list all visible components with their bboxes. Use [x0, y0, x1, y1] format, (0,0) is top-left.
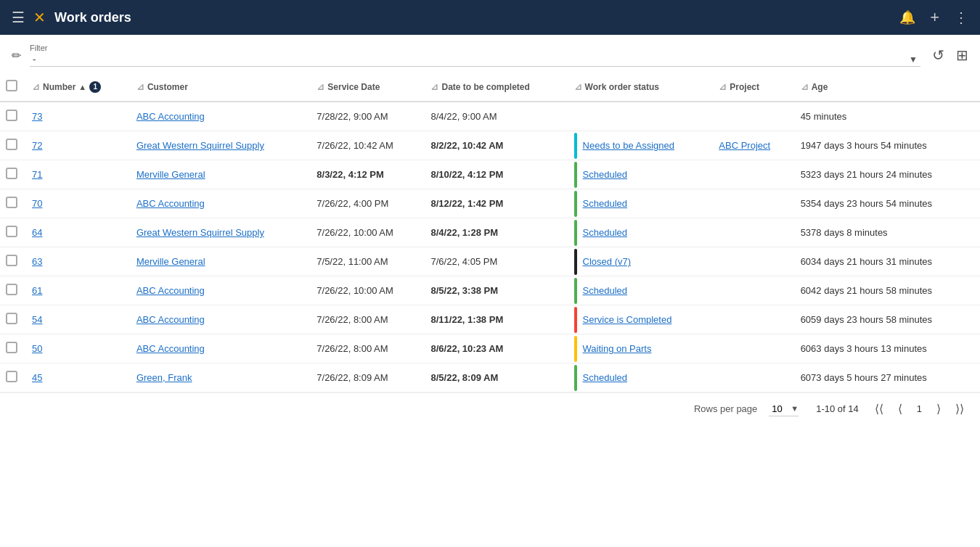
- row-8-status-link[interactable]: Waiting on Parts: [583, 343, 652, 354]
- row-9-number-link[interactable]: 45: [32, 372, 42, 383]
- row-3-customer-link[interactable]: ABC Accounting: [136, 198, 205, 209]
- row-3-customer: ABC Accounting: [131, 189, 311, 218]
- row-3-age: 5354 days 23 hours 54 minutes: [795, 189, 980, 218]
- filter-select[interactable]: -: [30, 52, 906, 66]
- row-6-number-link[interactable]: 61: [32, 285, 42, 296]
- row-8-customer-link[interactable]: ABC Accounting: [136, 343, 205, 354]
- table-row: 61ABC Accounting7/26/22, 10:00 AM8/5/22,…: [0, 276, 980, 305]
- project-filter-icon[interactable]: ⊿: [719, 81, 727, 92]
- row-0-number-link[interactable]: 73: [32, 111, 42, 122]
- row-8-age: 6063 days 3 hours 13 minutes: [795, 334, 980, 363]
- customer-filter-icon[interactable]: ⊿: [136, 81, 144, 92]
- row-2-age: 5323 days 21 hours 24 minutes: [795, 160, 980, 189]
- col-age[interactable]: ⊿ Age: [795, 73, 980, 102]
- sort-asc-icon[interactable]: ▲: [78, 83, 86, 91]
- number-filter-icon[interactable]: ⊿: [32, 81, 40, 92]
- row-2-status-link[interactable]: Scheduled: [583, 169, 627, 180]
- row-2-number-link[interactable]: 71: [32, 169, 42, 180]
- row-3-status-bar: [574, 191, 577, 217]
- row-6-project: [713, 276, 794, 305]
- age-filter-icon[interactable]: ⊿: [801, 81, 809, 92]
- row-8-number: 50: [26, 334, 131, 363]
- service-date-filter-icon[interactable]: ⊿: [317, 81, 324, 92]
- row-4-checkbox[interactable]: [6, 226, 17, 237]
- row-0-customer-link[interactable]: ABC Accounting: [136, 111, 205, 122]
- row-8-number-link[interactable]: 50: [32, 343, 42, 354]
- row-1-age: 1947 days 3 hours 54 minutes: [795, 131, 980, 160]
- row-4-customer: Great Western Squirrel Supply: [131, 218, 311, 247]
- row-4-number-link[interactable]: 64: [32, 227, 42, 238]
- row-6-checkbox[interactable]: [6, 284, 17, 295]
- row-7-status-link[interactable]: Service is Completed: [583, 314, 672, 325]
- row-6-status-bar: [574, 278, 577, 304]
- row-0-number: 73: [26, 102, 131, 131]
- rows-dropdown-arrow: ▼: [791, 404, 799, 413]
- row-3-status-cell: Scheduled: [574, 191, 708, 217]
- row-1-status-link[interactable]: Needs to be Assigned: [583, 140, 674, 151]
- next-page-button[interactable]: ⟩: [932, 400, 945, 417]
- row-7-customer-link[interactable]: ABC Accounting: [136, 314, 205, 325]
- prev-page-button[interactable]: ⟨: [894, 400, 907, 417]
- row-0-checkbox[interactable]: [6, 110, 17, 121]
- current-page-number: 1: [912, 402, 926, 416]
- row-3-number: 70: [26, 189, 131, 218]
- row-5-number-link[interactable]: 63: [32, 256, 42, 267]
- row-5-status-link[interactable]: Closed (v7): [583, 256, 631, 267]
- row-9-status-bar: [574, 365, 577, 391]
- bell-icon[interactable]: 🔔: [899, 9, 915, 25]
- row-2-checkbox-cell: [0, 160, 26, 189]
- row-7-project: [713, 305, 794, 334]
- row-9-checkbox[interactable]: [6, 371, 17, 382]
- row-0-service-date: 7/28/22, 9:00 AM: [311, 102, 425, 131]
- row-2-checkbox[interactable]: [6, 168, 17, 179]
- refresh-icon[interactable]: ↻: [932, 46, 944, 64]
- col-service-date[interactable]: ⊿ Service Date: [311, 73, 425, 102]
- row-1-project-link[interactable]: ABC Project: [719, 140, 770, 151]
- row-9-status-link[interactable]: Scheduled: [583, 372, 627, 383]
- first-page-button[interactable]: ⟨⟨: [870, 400, 888, 417]
- row-1-number-link[interactable]: 72: [32, 140, 42, 151]
- col-status[interactable]: ⊿ Work order status: [568, 73, 714, 102]
- row-7-number-link[interactable]: 54: [32, 314, 42, 325]
- table-body: 73ABC Accounting7/28/22, 9:00 AM8/4/22, …: [0, 102, 980, 392]
- col-date-complete[interactable]: ⊿ Date to be completed: [425, 73, 568, 102]
- row-6-status-link[interactable]: Scheduled: [583, 285, 627, 296]
- add-icon[interactable]: +: [930, 8, 939, 27]
- last-page-button[interactable]: ⟩⟩: [951, 400, 968, 417]
- col-project[interactable]: ⊿ Project: [713, 73, 794, 102]
- more-icon[interactable]: ⋮: [954, 9, 968, 26]
- row-2-customer: Merville General: [131, 160, 311, 189]
- nav-actions: 🔔 + ⋮: [899, 8, 968, 27]
- layout-icon[interactable]: ⊞: [956, 46, 968, 64]
- row-2-customer-link[interactable]: Merville General: [136, 169, 205, 180]
- row-4-status-link[interactable]: Scheduled: [583, 227, 627, 238]
- col-customer[interactable]: ⊿ Customer: [131, 73, 311, 102]
- row-3-date-complete: 8/12/22, 1:42 PM: [425, 189, 568, 218]
- row-8-status: Waiting on Parts: [568, 334, 714, 363]
- date-complete-filter-icon[interactable]: ⊿: [430, 81, 438, 92]
- row-5-checkbox[interactable]: [6, 255, 17, 266]
- select-all-checkbox[interactable]: [6, 80, 17, 91]
- row-8-checkbox[interactable]: [6, 342, 17, 353]
- row-1-checkbox[interactable]: [6, 139, 17, 150]
- row-3-checkbox[interactable]: [6, 197, 17, 208]
- row-5-customer-link[interactable]: Merville General: [136, 256, 205, 267]
- row-3-status-link[interactable]: Scheduled: [583, 198, 627, 209]
- row-6-customer-link[interactable]: ABC Accounting: [136, 285, 205, 296]
- row-1-customer-link[interactable]: Great Western Squirrel Supply: [136, 140, 264, 151]
- filter-select-wrap[interactable]: - ▼: [30, 52, 920, 67]
- menu-icon[interactable]: ☰: [12, 9, 25, 26]
- row-3-number-link[interactable]: 70: [32, 198, 42, 209]
- table-row: 45Green, Frank7/26/22, 8:09 AM8/5/22, 8:…: [0, 363, 980, 392]
- rows-per-page-select-wrap[interactable]: 5 10 25 50 100 ▼: [769, 402, 799, 416]
- row-9-status: Scheduled: [568, 363, 714, 392]
- edit-filter-icon[interactable]: ✏: [12, 49, 21, 62]
- row-7-checkbox[interactable]: [6, 313, 17, 324]
- rows-per-page-select[interactable]: 5 10 25 50 100: [769, 402, 791, 416]
- col-number[interactable]: ⊿ Number ▲ 1: [26, 73, 131, 102]
- rows-per-page-label: Rows per page: [694, 403, 757, 414]
- status-filter-icon[interactable]: ⊿: [574, 81, 582, 92]
- row-5-checkbox-cell: [0, 247, 26, 276]
- row-4-customer-link[interactable]: Great Western Squirrel Supply: [136, 227, 264, 238]
- row-9-customer-link[interactable]: Green, Frank: [136, 372, 192, 383]
